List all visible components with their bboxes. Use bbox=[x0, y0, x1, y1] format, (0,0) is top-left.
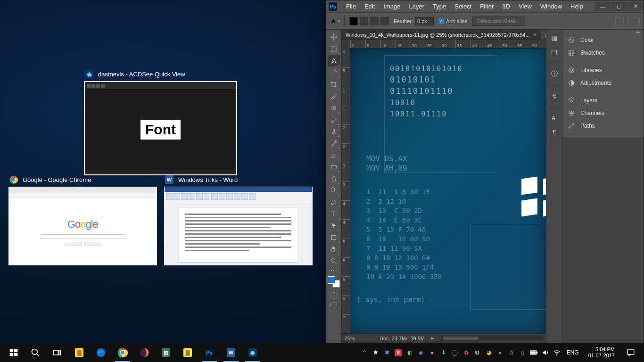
quick-mask-toggle[interactable] bbox=[328, 290, 340, 301]
tray-icon[interactable]: ◐ bbox=[405, 348, 414, 357]
foreground-background-colors[interactable] bbox=[328, 276, 340, 290]
maximize-button[interactable]: ▢ bbox=[611, 2, 627, 11]
move-tool[interactable] bbox=[328, 32, 340, 43]
tray-wifi-icon[interactable] bbox=[553, 348, 561, 357]
marquee-tool[interactable] bbox=[328, 43, 340, 55]
blur-tool[interactable] bbox=[328, 173, 340, 184]
menu-select[interactable]: Select bbox=[450, 3, 476, 10]
document-tab[interactable]: Windows_10_4k_Wallpapers-11.jpg @ 25% (s… bbox=[342, 30, 541, 40]
shape-tool[interactable] bbox=[328, 232, 340, 243]
tray-icon[interactable]: S bbox=[394, 348, 403, 357]
snap-thumb-word[interactable]: W Windows Triks - Word bbox=[164, 175, 313, 265]
menu-edit[interactable]: Edit bbox=[360, 3, 379, 10]
panel-icon[interactable]: ▦ bbox=[549, 33, 560, 43]
status-menu-icon[interactable]: ▸ bbox=[431, 335, 434, 341]
eyedropper-tool[interactable] bbox=[328, 90, 340, 102]
search-button[interactable] bbox=[25, 343, 46, 362]
language-indicator[interactable]: ENG bbox=[564, 349, 582, 356]
tray-icon[interactable]: ◕ bbox=[485, 348, 493, 357]
panel-icon[interactable]: A| bbox=[549, 113, 560, 123]
brush-tool[interactable] bbox=[328, 114, 340, 125]
panel-adjustments[interactable]: Adjustments bbox=[562, 76, 644, 89]
panel-libraries[interactable]: Libraries bbox=[562, 64, 644, 76]
tray-icon[interactable]: ⬇ bbox=[439, 348, 448, 357]
magic-wand-tool[interactable] bbox=[328, 67, 340, 78]
menu-help[interactable]: Help bbox=[566, 3, 587, 10]
ruler-vertical[interactable]: 051122334455667 bbox=[342, 49, 350, 333]
taskbar-app-sticky[interactable]: ▇ bbox=[177, 343, 198, 362]
menu-window[interactable]: Window bbox=[536, 3, 566, 10]
tray-battery-icon[interactable] bbox=[530, 348, 538, 357]
tray-volume-icon[interactable] bbox=[541, 348, 550, 357]
canvas[interactable]: 00101010101010 01010101 01110101110 1001… bbox=[350, 49, 546, 333]
tray-icon[interactable] bbox=[372, 348, 380, 357]
panel-layers[interactable]: Layers bbox=[562, 94, 644, 107]
tray-icon[interactable]: ⧉ bbox=[473, 348, 482, 357]
menu-view[interactable]: View bbox=[514, 3, 536, 10]
menu-3d[interactable]: 3D bbox=[498, 3, 514, 10]
tray-overflow-icon[interactable]: ⌃ bbox=[360, 348, 369, 357]
panel-paths[interactable]: Paths bbox=[562, 119, 644, 132]
panel-color[interactable]: Color bbox=[562, 33, 644, 46]
lasso-tool[interactable] bbox=[328, 55, 340, 66]
tray-icon[interactable]: ◯ bbox=[451, 348, 459, 357]
gradient-tool[interactable] bbox=[328, 161, 340, 173]
screen-mode-toggle[interactable] bbox=[328, 301, 340, 309]
panel-channels[interactable]: Channels bbox=[562, 107, 644, 119]
action-center-button[interactable] bbox=[621, 343, 640, 362]
panel-icon[interactable]: ¶ bbox=[549, 127, 560, 138]
start-button[interactable] bbox=[3, 343, 25, 362]
panel-icon[interactable]: ↯ bbox=[549, 91, 560, 101]
clock[interactable]: 5:04 PM 01-07-2017 bbox=[585, 346, 619, 359]
antialias-checkbox[interactable]: ✓Anti-alias bbox=[438, 18, 467, 24]
tray-icon[interactable]: ▯ bbox=[519, 348, 527, 357]
panel-icon[interactable]: ⓘ bbox=[549, 69, 560, 79]
tray-bluetooth-icon[interactable]: ✱ bbox=[383, 348, 391, 357]
eraser-tool[interactable] bbox=[328, 149, 340, 161]
history-brush-tool[interactable] bbox=[328, 138, 340, 149]
ruler-horizontal[interactable]: 051015202530354045505560 bbox=[342, 40, 546, 49]
healing-tool[interactable] bbox=[328, 102, 340, 114]
menu-type[interactable]: Type bbox=[429, 3, 450, 10]
menu-layer[interactable]: Layer bbox=[405, 3, 429, 10]
h-scrollbar[interactable] bbox=[441, 336, 543, 341]
taskbar-app-word[interactable]: W bbox=[221, 343, 241, 362]
feather-input[interactable] bbox=[415, 17, 434, 25]
crop-tool[interactable] bbox=[328, 79, 340, 90]
select-and-mask-button[interactable]: Select and Mask... bbox=[472, 16, 525, 26]
taskbar-app-edge[interactable] bbox=[91, 343, 111, 362]
snap-thumb-acdsee[interactable]: ◉ dastnevis - ACDSee Quick View Font bbox=[84, 70, 237, 175]
hand-tool[interactable] bbox=[328, 244, 340, 255]
panel-swatches[interactable]: Swatches bbox=[562, 46, 644, 59]
dodge-tool[interactable] bbox=[328, 185, 340, 196]
pen-tool[interactable] bbox=[328, 197, 340, 208]
menu-image[interactable]: Image bbox=[379, 3, 405, 10]
taskbar-app-acdsee[interactable]: ◉ bbox=[242, 343, 263, 362]
workspace-switcher-icon[interactable] bbox=[627, 17, 640, 25]
tray-icon[interactable]: ● bbox=[496, 348, 504, 357]
path-select-tool[interactable] bbox=[328, 220, 340, 231]
taskbar-app-photoshop[interactable]: Ps bbox=[199, 343, 220, 362]
close-button[interactable]: ✕ bbox=[627, 2, 644, 11]
type-tool[interactable] bbox=[328, 208, 340, 220]
menu-file[interactable]: File bbox=[342, 3, 360, 10]
options-extra-icon[interactable] bbox=[615, 17, 624, 25]
zoom-level[interactable]: 25% bbox=[345, 336, 373, 341]
close-tab-icon[interactable]: × bbox=[534, 32, 537, 38]
selection-mode-buttons[interactable] bbox=[349, 17, 389, 25]
taskbar-app-firefox[interactable] bbox=[134, 343, 155, 362]
stamp-tool[interactable] bbox=[328, 126, 340, 137]
taskbar-app-generic[interactable]: ▤ bbox=[156, 343, 176, 362]
taskbar-app-explorer[interactable]: ▇ bbox=[69, 343, 90, 362]
tray-icon[interactable]: ⎙ bbox=[507, 348, 516, 357]
task-view-button[interactable] bbox=[46, 343, 68, 362]
menu-filter[interactable]: Filter bbox=[476, 3, 498, 10]
tray-icon[interactable]: ◆ bbox=[417, 348, 425, 357]
tray-icon[interactable]: ✿ bbox=[462, 348, 471, 357]
minimize-button[interactable]: — bbox=[594, 2, 611, 11]
current-tool-icon[interactable]: ▾ bbox=[330, 16, 345, 27]
snap-thumb-chrome[interactable]: Google - Google Chrome Google bbox=[8, 175, 157, 265]
zoom-tool[interactable] bbox=[328, 255, 340, 267]
edit-toolbar[interactable]: ⋯ bbox=[328, 267, 340, 274]
panel-icon[interactable]: ▤ bbox=[549, 47, 560, 57]
